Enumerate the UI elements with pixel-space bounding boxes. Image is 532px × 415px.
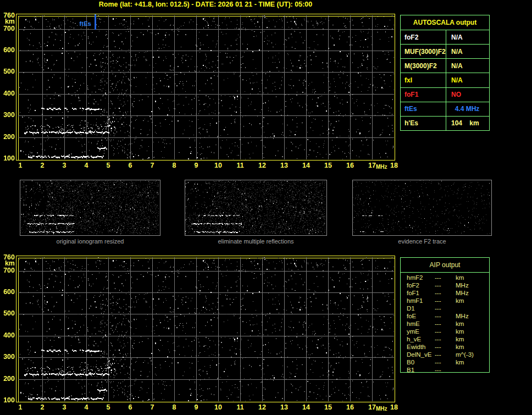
parameter-label: B0	[401, 358, 435, 366]
x-axis-unit: MHz	[376, 406, 390, 412]
parameter-value: ---	[435, 328, 456, 335]
parameter-value: ---	[435, 305, 456, 312]
parameter-label: DelN_vE	[401, 351, 435, 358]
thumbnail-canvas	[185, 180, 325, 234]
x-tick-label: 7	[146, 162, 158, 169]
autoscala-output-table: AUTOSCALA output foF2N/AMUF(3000)F2N/AM(…	[400, 15, 490, 131]
parameter-label: foF2	[401, 281, 435, 289]
x-tick-label: 11	[234, 162, 246, 169]
aip-row-h-ve: h_vE---km	[401, 335, 489, 343]
ftes-marker-line	[95, 14, 96, 30]
x-tick-label: 5	[102, 403, 114, 411]
aip-table-rows: hmF2---kmfoF2---MHzfoF1---MHzhmF1---kmD1…	[401, 273, 489, 374]
x-tick-label: 3	[58, 162, 70, 169]
x-tick-label: 10	[212, 162, 224, 169]
autoscala-row-ftes: ftEs 4.4 MHz	[401, 102, 489, 116]
parameter-value: ---	[435, 358, 456, 366]
aip-row-hmf2: hmF2---km	[401, 274, 489, 281]
parameter-value: NO	[446, 88, 489, 102]
autoscala-row-fxi: fxIN/A	[401, 73, 489, 87]
thumbnail-canvas	[20, 180, 159, 234]
parameter-label: foF2	[401, 30, 446, 44]
y-tick-label: 400	[1, 331, 15, 339]
parameter-value: N/A	[446, 73, 489, 87]
parameter-value: ---	[435, 343, 456, 351]
aip-row-foe: foE---MHz	[401, 312, 489, 320]
x-tick-label: 13	[278, 403, 290, 411]
thumbnail-eliminate-reflections	[185, 180, 327, 236]
y-tick-label: 700	[1, 25, 15, 32]
parameter-unit: km	[456, 297, 489, 305]
aip-row-hme: hmE---km	[401, 320, 489, 328]
y-tick-label: 600	[1, 46, 15, 54]
parameter-unit: km	[456, 274, 489, 281]
x-tick-label: 4	[80, 403, 92, 411]
y-tick-label: 100	[1, 154, 15, 162]
parameter-value: ---	[435, 351, 456, 358]
x-tick-label: 12	[256, 403, 268, 411]
parameter-value: ---	[435, 297, 456, 305]
x-tick-label: 6	[124, 403, 136, 411]
parameter-value: ---	[435, 281, 456, 289]
parameter-label: hmF1	[401, 297, 435, 305]
parameter-unit: MHz	[456, 281, 489, 289]
y-tick-label: 400	[1, 90, 15, 97]
parameter-label: M(3000)F2	[401, 59, 446, 73]
thumbnail-caption: evidence F2 trace	[352, 238, 492, 246]
parameter-unit: km	[456, 335, 489, 343]
ftes-marker-label: ftEs	[69, 20, 91, 27]
x-tick-label: 11	[234, 403, 246, 411]
parameter-unit: km	[456, 320, 489, 328]
x-tick-label: 15	[322, 162, 334, 169]
y-tick-label: 200	[1, 133, 15, 141]
x-tick-label: 6	[124, 162, 136, 169]
y-tick-label: 300	[1, 111, 15, 119]
parameter-label: B1	[401, 366, 435, 374]
parameter-value: ---	[435, 274, 456, 281]
autoscala-row-fof2: foF2N/A	[401, 30, 489, 44]
y-tick-label: 100	[1, 396, 15, 404]
parameter-label: ftEs	[401, 102, 446, 116]
x-tick-label: 5	[102, 162, 114, 169]
x-tick-label: 7	[146, 403, 158, 411]
parameter-unit: km	[456, 343, 489, 351]
parameter-unit: MHz	[456, 312, 489, 320]
aip-row-ewidth: Ewidth---km	[401, 343, 489, 351]
parameter-label: foF1	[401, 88, 446, 102]
parameter-label: foF1	[401, 289, 435, 297]
autoscala-row-h-es: h'Es104 km	[401, 116, 489, 130]
aip-table-title: AIP output	[401, 258, 489, 273]
aip-row-fof1: foF1---MHz	[401, 289, 489, 297]
aip-ionogram-chart: 760700600500400300200100km12345678910111…	[0, 256, 398, 415]
parameter-label: fxI	[401, 73, 446, 87]
x-tick-label: 1	[14, 162, 26, 169]
x-tick-label: 3	[58, 403, 70, 411]
x-tick-label: 10	[212, 403, 224, 411]
aip-row-b0: B0---km	[401, 358, 489, 366]
thumbnail-evidence-f2	[352, 180, 492, 236]
thumbnail-caption: eliminate multiple reflections	[185, 238, 327, 246]
x-tick-label: 8	[168, 162, 180, 169]
x-tick-label: 13	[278, 162, 290, 169]
scaled-ionogram-chart: 760700600500400300200100km12345678910111…	[0, 14, 398, 174]
autoscala-table-rows: foF2N/AMUF(3000)F2N/AM(3000)F2N/AfxIN/Af…	[401, 30, 489, 130]
x-tick-label: 16	[344, 403, 356, 411]
y-axis-unit: km	[1, 18, 15, 25]
y-tick-label: 700	[1, 267, 15, 274]
station-title: Rome (lat: +41.8, lon: 012.5) - DATE: 20…	[16, 1, 395, 8]
x-tick-label: 2	[36, 403, 48, 411]
parameter-label: ymE	[401, 328, 435, 335]
y-tick-label: 300	[1, 353, 15, 361]
parameter-label: foE	[401, 312, 435, 320]
x-tick-label: 16	[344, 162, 356, 169]
autoscala-row-m-3000-f2: M(3000)F2N/A	[401, 58, 489, 73]
parameter-label: hmF2	[401, 274, 435, 281]
y-tick-label: 200	[1, 375, 15, 383]
y-tick-label: 500	[1, 68, 15, 75]
parameter-value: ---	[435, 320, 456, 328]
x-tick-label: 9	[190, 403, 202, 411]
parameter-unit	[456, 366, 489, 374]
parameter-label: MUF(3000)F2	[401, 45, 446, 58]
thumbnail-canvas	[353, 180, 490, 234]
autoscala-screen: Rome (lat: +41.8, lon: 012.5) - DATE: 20…	[0, 0, 532, 415]
